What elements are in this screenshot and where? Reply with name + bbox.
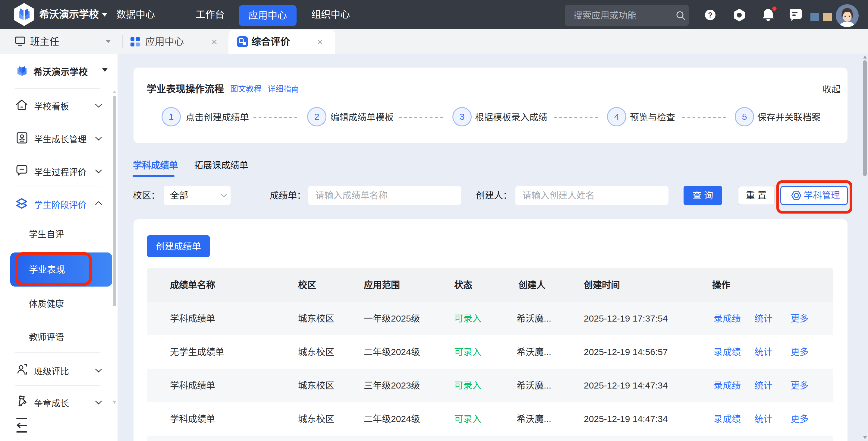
svg-text:?: ? <box>708 11 712 19</box>
